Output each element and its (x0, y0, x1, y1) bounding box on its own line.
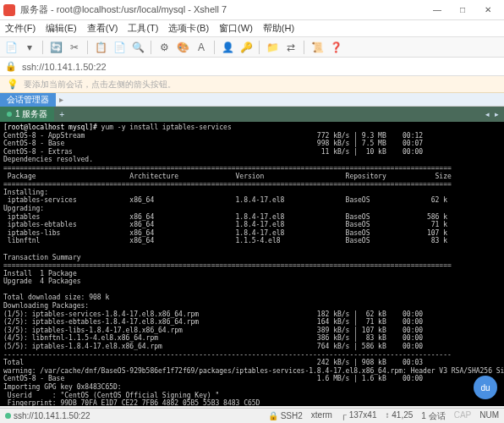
menu-tools[interactable]: 工具(T) (128, 22, 158, 35)
collapse-icon[interactable]: ▸ (56, 95, 67, 104)
transfer-icon[interactable]: ⇄ (285, 41, 297, 53)
status-pos: ↕ 41,25 (386, 410, 414, 422)
separator (151, 41, 151, 54)
color-icon[interactable]: 🎨 (177, 41, 189, 53)
separator (304, 41, 304, 54)
terminal-output[interactable]: [root@localhost mysql]# yum -y install i… (0, 122, 504, 406)
status-connection: ssh://10.141.1.50:22 (5, 411, 90, 420)
session-manager-bar: 会话管理器 ▸ (0, 93, 504, 107)
status-bar: ssh://10.141.1.50:22 🔒 SSH2 xterm ┌ 137x… (0, 408, 504, 423)
key-icon[interactable]: 🔑 (240, 41, 252, 53)
status-num: NUM (479, 410, 499, 422)
tab-prev-icon[interactable]: ◂ (484, 110, 491, 118)
tab-session-1[interactable]: 1 服务器 (0, 107, 54, 122)
maximize-button[interactable]: □ (450, 2, 475, 19)
menu-view[interactable]: 查看(V) (87, 22, 118, 35)
tab-next-icon[interactable]: ▸ (493, 110, 501, 118)
copy-icon[interactable]: 📋 (95, 41, 107, 53)
folder-icon[interactable]: 📁 (266, 41, 278, 53)
status-dot-icon (5, 413, 11, 419)
new-session-icon[interactable]: 📄 (5, 41, 17, 53)
status-cap: CAP (454, 410, 472, 422)
disconnect-icon[interactable]: ✂ (68, 41, 80, 53)
reconnect-icon[interactable]: 🔄 (50, 41, 62, 53)
separator (87, 41, 88, 54)
hint-text: 要添加当前会话，点击左侧的箭头按钮。 (24, 79, 176, 91)
app-icon (3, 4, 15, 16)
window-titlebar: 服务器 - root@localhost:/usr/local/mysql - … (0, 0, 504, 20)
floating-du-button[interactable]: du (474, 376, 497, 399)
menu-edit[interactable]: 编辑(E) (46, 22, 77, 35)
menu-tabs[interactable]: 选项卡(B) (168, 22, 209, 35)
dropdown-icon[interactable]: ▾ (24, 41, 36, 53)
address-text[interactable]: ssh://10.141.1.50:22 (22, 62, 107, 72)
new-tab-button[interactable]: + (54, 110, 69, 119)
connected-dot-icon (7, 112, 12, 117)
status-size: ┌ 137x41 (341, 410, 377, 422)
status-ssh: 🔒 SSH2 (268, 410, 303, 422)
lightbulb-icon: 💡 (7, 79, 19, 90)
minimize-button[interactable]: — (425, 2, 450, 19)
font-icon[interactable]: A (195, 41, 207, 53)
tab-label: 1 服务器 (15, 108, 47, 120)
properties-icon[interactable]: ⚙ (158, 41, 170, 53)
status-term: xterm (311, 410, 332, 422)
lock-icon: 🔒 (5, 61, 17, 72)
close-button[interactable]: ✕ (475, 2, 501, 19)
tab-bar: 1 服务器 + ◂ ▸ (0, 107, 504, 122)
address-bar: 🔒 ssh://10.141.1.50:22 (0, 58, 504, 76)
separator (259, 41, 260, 54)
hint-bar: 💡 要添加当前会话，点击左侧的箭头按钮。 (0, 76, 504, 93)
user-icon[interactable]: 👤 (222, 41, 233, 53)
paste-icon[interactable]: 📄 (113, 41, 125, 53)
script-icon[interactable]: 📜 (311, 41, 323, 53)
separator (214, 41, 215, 54)
toolbar: 📄 ▾ 🔄 ✂ 📋 📄 🔍 ⚙ 🎨 A 👤 🔑 📁 ⇄ 📜 ❓ (0, 37, 504, 58)
menu-help[interactable]: 帮助(H) (263, 22, 294, 35)
window-title: 服务器 - root@localhost:/usr/local/mysql - … (20, 3, 425, 16)
help-icon[interactable]: ❓ (330, 41, 342, 53)
separator (42, 41, 43, 54)
menu-window[interactable]: 窗口(W) (219, 22, 253, 35)
search-icon[interactable]: 🔍 (132, 41, 144, 53)
status-session: 1 会话 (421, 410, 445, 422)
menu-bar: 文件(F) 编辑(E) 查看(V) 工具(T) 选项卡(B) 窗口(W) 帮助(… (0, 20, 504, 37)
session-manager-label[interactable]: 会话管理器 (0, 93, 56, 107)
menu-file[interactable]: 文件(F) (5, 22, 36, 35)
